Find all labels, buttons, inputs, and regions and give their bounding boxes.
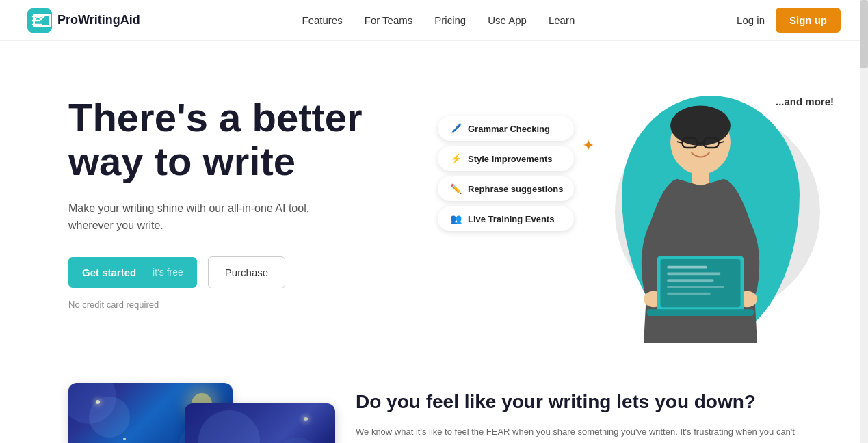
badge-rephrase: ✏️ Rephrase suggestions — [438, 176, 574, 201]
svg-rect-13 — [667, 266, 707, 269]
sparkle-icon: ✦ — [582, 137, 594, 155]
hero-image-area: ...and more! ✦ — [438, 82, 841, 342]
hero-section: There's a better way to write Make your … — [0, 41, 868, 369]
nav-use-app[interactable]: Use App — [488, 14, 527, 26]
brand-logo-link[interactable]: ProWritingAid — [27, 8, 140, 33]
hero-subtitle: Make your writing shine with our all-in-… — [68, 200, 315, 234]
navbar-actions: Log in Sign up — [737, 8, 841, 33]
brand-name-text: ProWritingAid — [57, 13, 140, 27]
nav-pricing[interactable]: Pricing — [434, 14, 466, 26]
login-button[interactable]: Log in — [737, 14, 765, 26]
svg-rect-14 — [667, 272, 720, 275]
badge-grammar-label: Grammar Checking — [468, 124, 550, 134]
svg-point-2 — [670, 105, 731, 146]
brand-logo-icon — [27, 8, 52, 33]
svg-rect-0 — [27, 8, 52, 33]
feature-badges: 🖊️ Grammar Checking ⚡ Style Improvements… — [438, 116, 574, 231]
purchase-button[interactable]: Purchase — [208, 256, 285, 288]
second-text: We know what it's like to feel the FEAR … — [356, 425, 800, 443]
second-title: Do you feel like your writing lets you d… — [356, 390, 800, 414]
signup-button[interactable]: Sign up — [776, 8, 841, 33]
training-icon: 👥 — [449, 212, 462, 226]
nav-for-teams[interactable]: For Teams — [365, 14, 413, 26]
rephrase-icon: ✏️ — [449, 182, 462, 196]
person-figure — [608, 89, 793, 369]
svg-rect-15 — [667, 279, 713, 282]
badge-grammar: 🖊️ Grammar Checking — [438, 116, 574, 141]
nav-links: Features For Teams Pricing Use App Learn — [302, 14, 575, 26]
style-icon: ⚡ — [449, 152, 462, 165]
dark-painting — [185, 403, 335, 443]
badge-training: 👥 Live Training Events — [438, 206, 574, 231]
scrollbar-thumb[interactable] — [860, 0, 868, 68]
second-image-area: My idea in my head — [68, 383, 301, 443]
badge-style-label: Style Improvements — [468, 154, 553, 164]
grammar-icon: 🖊️ — [449, 122, 462, 135]
no-credit-text: No credit card required — [68, 299, 424, 310]
second-section: My idea in my head Do you feel like your… — [0, 369, 868, 443]
scrollbar[interactable] — [860, 0, 868, 443]
svg-rect-18 — [647, 309, 754, 316]
second-content: Do you feel like your writing lets you d… — [356, 383, 800, 443]
nav-learn[interactable]: Learn — [549, 14, 575, 26]
badge-training-label: Live Training Events — [468, 214, 554, 224]
more-label-text: ...and more! — [776, 96, 834, 107]
nav-features[interactable]: Features — [302, 14, 343, 26]
badge-style: ⚡ Style Improvements — [438, 146, 574, 171]
badge-rephrase-label: Rephrase suggestions — [468, 184, 563, 194]
hero-buttons: Get started — it's free Purchase — [68, 256, 424, 288]
hero-content: There's a better way to write Make your … — [68, 82, 424, 310]
svg-rect-16 — [667, 286, 724, 288]
get-started-button[interactable]: Get started — it's free — [68, 257, 197, 288]
navbar: ProWritingAid Features For Teams Pricing… — [0, 0, 868, 41]
hero-title: There's a better way to write — [68, 96, 424, 183]
svg-rect-17 — [667, 293, 710, 295]
svg-rect-8 — [692, 172, 709, 185]
second-painting-card — [185, 403, 335, 443]
